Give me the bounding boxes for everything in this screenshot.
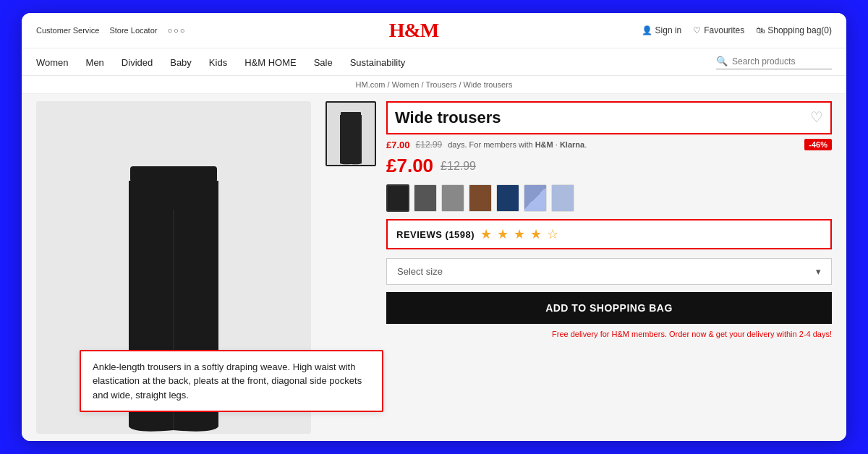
star-rating: ★ ★ ★ ★ ☆ xyxy=(480,226,559,242)
big-original-price: £12.99 xyxy=(441,160,476,173)
person-icon: 👤 xyxy=(642,25,652,35)
store-locator-link[interactable]: Store Locator xyxy=(109,26,157,35)
color-swatches xyxy=(386,184,832,212)
top-bar-left: Customer Service Store Locator ○○○ xyxy=(36,26,186,35)
sign-in-link[interactable]: 👤 Sign in xyxy=(642,25,682,35)
breadcrumb: HM.com / Women / Trousers / Wide trouser… xyxy=(22,76,846,94)
svg-rect-4 xyxy=(340,115,362,122)
nav-kids[interactable]: Kids xyxy=(209,57,227,68)
search-icon: 🔍 xyxy=(716,56,728,67)
small-price-row: £7.00 £12.99 days. For members with H&M … xyxy=(386,139,832,150)
swatch-navy[interactable] xyxy=(496,184,519,212)
size-select-label: Select size xyxy=(397,266,443,277)
nav-links: Women Men Divided Baby Kids H&M HOME Sal… xyxy=(36,57,405,68)
swatch-grey[interactable] xyxy=(441,184,464,212)
discount-badge: -46% xyxy=(804,139,832,150)
reviews-label: REVIEWS (1598) xyxy=(396,229,475,240)
shopping-bag-link[interactable]: 🛍 Shopping bag(0) xyxy=(756,25,832,35)
hm-logo[interactable]: H&M xyxy=(389,19,439,42)
swatch-brown[interactable] xyxy=(469,184,492,212)
original-price-small: £12.99 xyxy=(416,140,443,150)
klarna-text: days. For members with H&M · Klarna. xyxy=(448,140,587,149)
product-info: Wide trousers ♡ £7.00 £12.99 days. For m… xyxy=(386,101,832,434)
top-bar-right: 👤 Sign in ♡ Favourites 🛍 Shopping bag(0) xyxy=(642,25,832,35)
nav-women[interactable]: Women xyxy=(36,57,69,68)
right-section: Wide trousers ♡ £7.00 £12.99 days. For m… xyxy=(326,101,832,434)
nav-bar: Women Men Divided Baby Kids H&M HOME Sal… xyxy=(22,48,846,76)
thumbnail-1[interactable] xyxy=(326,101,376,166)
big-sale-price: £7.00 xyxy=(386,155,433,177)
chevron-down-icon: ▾ xyxy=(816,266,821,277)
heart-icon: ♡ xyxy=(693,25,701,35)
product-description-text: Ankle-length trousers in a softly drapin… xyxy=(93,361,362,401)
nav-men[interactable]: Men xyxy=(86,57,104,68)
swatch-dark-grey[interactable] xyxy=(414,184,437,212)
add-to-bag-button[interactable]: ADD TO SHOPPING BAG xyxy=(386,292,832,324)
search-bar[interactable]: 🔍 xyxy=(716,56,832,69)
nav-baby[interactable]: Baby xyxy=(170,57,192,68)
nav-hm-home[interactable]: H&M HOME xyxy=(244,57,297,68)
size-select-dropdown[interactable]: Select size ▾ xyxy=(386,258,832,285)
product-title: Wide trousers xyxy=(395,108,501,127)
big-price-row: £7.00 £12.99 xyxy=(386,155,832,177)
product-description-box: Ankle-length trousers in a softly drapin… xyxy=(80,350,383,413)
swatch-light-blue[interactable] xyxy=(551,184,574,212)
sale-price-small: £7.00 xyxy=(386,140,410,150)
nav-sale[interactable]: Sale xyxy=(314,57,333,68)
delivery-info: Free delivery for H&M members. Order now… xyxy=(386,330,832,338)
swatch-black[interactable] xyxy=(386,184,409,212)
bag-icon: 🛍 xyxy=(756,25,765,35)
search-input[interactable] xyxy=(732,56,826,67)
top-bar: Customer Service Store Locator ○○○ H&M 👤… xyxy=(22,13,846,48)
customer-service-link[interactable]: Customer Service xyxy=(36,26,99,35)
product-title-row: Wide trousers ♡ xyxy=(386,101,832,134)
favourites-link[interactable]: ♡ Favourites xyxy=(693,25,744,35)
main-content: Wide trousers ♡ £7.00 £12.99 days. For m… xyxy=(22,94,846,441)
svg-rect-0 xyxy=(130,166,217,182)
nav-sustainability[interactable]: Sustainability xyxy=(350,57,406,68)
reviews-row[interactable]: REVIEWS (1598) ★ ★ ★ ★ ☆ xyxy=(386,219,832,249)
svg-rect-1 xyxy=(129,181,218,210)
nav-divided[interactable]: Divided xyxy=(122,57,153,68)
more-link[interactable]: ○○○ xyxy=(167,26,186,35)
wishlist-heart-icon[interactable]: ♡ xyxy=(810,108,823,126)
swatch-blue-floral[interactable] xyxy=(524,184,547,212)
